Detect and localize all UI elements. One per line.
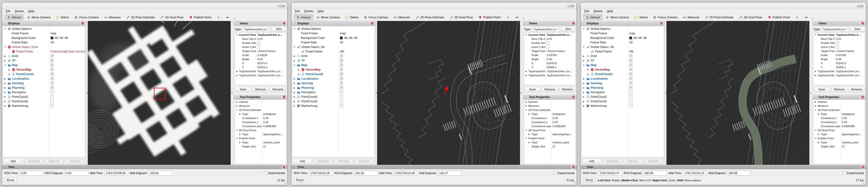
3d-viewport[interactable]: [377, 21, 520, 165]
property-row[interactable]: ▼2D Goal Pose: [235, 128, 286, 132]
enabled-checkbox[interactable]: ✓: [340, 59, 343, 62]
property-row[interactable]: ▶Topic/initialpose: [524, 112, 575, 116]
property-value[interactable]: /clicked_point: [263, 141, 280, 144]
display-row[interactable]: ▶MarkerArray✓: [3, 103, 85, 108]
close-panel-button[interactable]: ✕: [860, 95, 865, 99]
expand-right-icon[interactable]: ▶: [236, 101, 238, 103]
tool-measure[interactable]: Measure: [102, 14, 123, 20]
menu-file[interactable]: File: [4, 9, 12, 13]
tool-minus-button[interactable]: [223, 14, 231, 20]
close-panel-button[interactable]: ✕: [571, 95, 575, 99]
enabled-checkbox[interactable]: ✓: [340, 104, 343, 107]
property-row[interactable]: ▶TopDownOrthoTopDownOrtho (rvi…: [814, 73, 865, 77]
property-value[interactable]: <Fixed Frame>: [836, 50, 855, 53]
expand-right-icon[interactable]: ▶: [239, 113, 241, 115]
expand-right-icon[interactable]: ▶: [293, 96, 296, 98]
enabled-checkbox[interactable]: ✓: [340, 100, 343, 103]
menu-panels[interactable]: Panels: [592, 9, 604, 13]
rename-button[interactable]: Rename: [270, 87, 286, 92]
enabled-checkbox[interactable]: ✓: [340, 77, 343, 80]
property-row[interactable]: Single click✓: [524, 144, 575, 148]
property-value[interactable]: /initialpose: [842, 113, 855, 116]
display-row[interactable]: ▶TF✓: [3, 58, 85, 63]
tool-move-camera[interactable]: Move Camera: [603, 14, 631, 20]
property-row[interactable]: Covariance yaw0.0685389: [235, 124, 286, 128]
property-row[interactable]: Target Frame<Fixed Frame>: [814, 49, 865, 53]
display-row[interactable]: Fixed Framemap: [3, 31, 85, 35]
remove-button[interactable]: Remove: [542, 87, 558, 92]
property-row[interactable]: Near Clip Di…0.01: [235, 37, 286, 41]
property-value[interactable]: 50253.3: [257, 66, 268, 69]
property-value[interactable]: 81643.9: [836, 62, 846, 65]
expand-down-icon[interactable]: ▼: [583, 28, 585, 30]
property-row[interactable]: Y50253.3: [235, 65, 286, 69]
display-row[interactable]: Fixed Framemap: [292, 31, 374, 35]
enabled-checkbox[interactable]: ✓: [629, 82, 632, 85]
view-type-dropdown[interactable]: TopDownOrtho (rv▼: [822, 27, 849, 32]
expand-right-icon[interactable]: ▶: [4, 105, 6, 107]
display-row[interactable]: ▶Grid✓: [292, 54, 374, 58]
experimental-checkbox[interactable]: ✓: [843, 172, 846, 175]
enabled-checkbox[interactable]: ✓: [629, 86, 632, 89]
expand-down-icon[interactable]: ▼: [525, 129, 528, 131]
property-row[interactable]: Covariance yaw0.0685389: [814, 124, 865, 128]
tool-focus-camera[interactable]: Focus Camera: [72, 14, 101, 20]
display-row[interactable]: Frame Rate30: [292, 40, 374, 44]
property-value[interactable]: TopDownOrtho (rvi…: [257, 74, 283, 77]
expand-down-icon[interactable]: ▼: [814, 137, 817, 139]
tool-2d-goal-pose[interactable]: 2D Goal Pose: [158, 14, 186, 20]
expand-down-icon[interactable]: ▼: [236, 129, 238, 131]
expand-right-icon[interactable]: ▶: [239, 141, 241, 144]
expand-right-icon[interactable]: ▶: [583, 59, 585, 62]
expand-right-icon[interactable]: ▶: [8, 68, 11, 71]
save-button[interactable]: Save: [235, 87, 251, 92]
tool-interact[interactable]: Interact: [583, 14, 602, 20]
expand-right-icon[interactable]: ▶: [583, 96, 585, 98]
property-value[interactable]: TopDownOrtho (r…: [836, 33, 861, 36]
enabled-checkbox[interactable]: ✓: [629, 77, 632, 80]
tool-2d-pose-estimate[interactable]: 2D Pose Estimate: [124, 14, 157, 20]
expand-right-icon[interactable]: ▶: [4, 96, 6, 98]
splitter[interactable]: ◀: [665, 21, 666, 165]
expand-right-icon[interactable]: ▶: [814, 74, 817, 76]
expand-right-icon[interactable]: ▶: [525, 70, 528, 72]
property-value[interactable]: 81643.9: [547, 62, 557, 65]
tool-move-camera[interactable]: Move Camera: [314, 14, 342, 20]
property-row[interactable]: Near Clip Di…0.01: [524, 37, 575, 41]
property-row[interactable]: ▶Measure: [235, 104, 286, 108]
property-row[interactable]: ▶TopDownOrthoTopDownOrtho (rvi…: [524, 69, 575, 73]
property-value[interactable]: 0.25: [842, 117, 847, 120]
display-row[interactable]: ▶PointCloud2✓: [3, 99, 85, 103]
expand-right-icon[interactable]: ▶: [814, 105, 817, 107]
window-titlebar[interactable]: –▢✕: [291, 3, 577, 9]
property-row[interactable]: Enable Ster…✓: [814, 41, 865, 45]
close-panel-button[interactable]: ✕: [81, 22, 85, 25]
property-value[interactable]: 5.83789: [547, 54, 557, 57]
display-row[interactable]: ▶PointCloud2✓: [582, 99, 664, 103]
property-row[interactable]: ▶TopDownOrthoTopDownOrtho (rvi…: [235, 73, 286, 77]
property-value[interactable]: 0.54: [257, 58, 262, 61]
close-panel-button[interactable]: ✕: [282, 22, 286, 25]
display-row[interactable]: ▶Localization✓: [292, 76, 374, 81]
expand-down-icon[interactable]: ▼: [525, 137, 528, 139]
display-row[interactable]: Fixed FrameOK: [292, 49, 374, 54]
expand-right-icon[interactable]: ▶: [583, 55, 585, 57]
property-value[interactable]: 0.25: [552, 117, 558, 120]
enabled-checkbox[interactable]: ✓: [51, 68, 54, 71]
property-row[interactable]: Covariance x0.25: [814, 116, 865, 120]
property-value[interactable]: 0.01: [836, 37, 841, 40]
close-button[interactable]: ✕: [572, 4, 575, 8]
expand-right-icon[interactable]: ▶: [817, 133, 820, 135]
tool-minus-button[interactable]: [513, 14, 521, 20]
menu-panels[interactable]: Panels: [302, 9, 315, 13]
expand-right-icon[interactable]: ▶: [814, 101, 817, 103]
expand-right-icon[interactable]: ▶: [817, 113, 820, 115]
save-button[interactable]: Save: [814, 87, 830, 92]
property-row[interactable]: ▶Interact: [235, 100, 286, 104]
toolbar-overflow-icon[interactable]: ▼: [233, 18, 235, 21]
property-value[interactable]: 0.56: [547, 58, 552, 61]
menu-panels[interactable]: Panels: [13, 9, 26, 13]
row-value[interactable]: Frame [map] does not exist: [51, 50, 85, 53]
enabled-checkbox[interactable]: ✓: [51, 59, 54, 62]
time-field-input[interactable]: [598, 170, 622, 176]
